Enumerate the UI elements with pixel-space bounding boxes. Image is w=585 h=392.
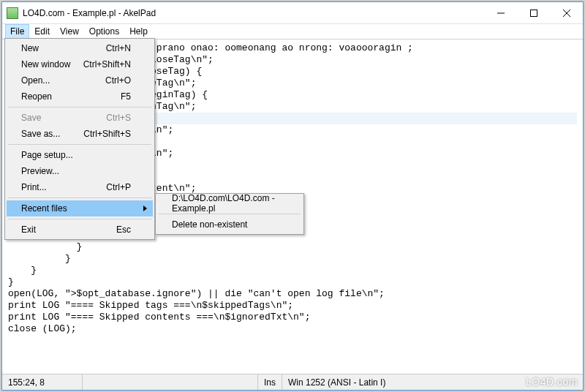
menu-item-label: Save as... (21, 129, 83, 139)
menu-item-preview[interactable]: Preview... (7, 163, 153, 179)
menu-item-new-window[interactable]: New window Ctrl+Shift+N (7, 56, 153, 72)
menu-item-label: Preview... (21, 166, 131, 176)
menu-item-delete-nonexistent[interactable]: Delete non-existent (157, 216, 302, 233)
menu-item-label: Delete non-existent (172, 219, 280, 230)
menu-separator (8, 144, 151, 145)
maximize-button[interactable] (517, 2, 550, 23)
menu-item-reopen[interactable]: Reopen F5 (7, 88, 153, 105)
statusbar: 155:24, 8 Ins Win 1252 (ANSI - Latin I) (2, 374, 583, 390)
menu-item-label: Print... (21, 182, 106, 192)
menu-item-accel: Esc (116, 225, 131, 235)
menu-separator (8, 107, 151, 108)
app-icon (7, 7, 18, 19)
menu-item-accel: Ctrl+Shift+N (83, 59, 131, 69)
titlebar: LO4D.com - Example.pl - AkelPad (2, 2, 583, 24)
menu-separator (159, 214, 301, 214)
svg-rect-0 (530, 10, 537, 16)
menu-item-label: D:\LO4D.com\LO4D.com - Example.pl (172, 193, 280, 214)
code-line: close (LOG); (8, 323, 577, 335)
menu-item-accel: Ctrl+S (106, 113, 131, 123)
menu-item-label: Open... (21, 75, 105, 86)
maximize-icon (530, 10, 537, 17)
menu-item-label: New (21, 43, 106, 53)
menu-view[interactable]: View (55, 24, 84, 39)
code-line: } (8, 265, 577, 276)
menu-item-accel: F5 (121, 91, 131, 102)
status-insert-mode: Ins (258, 374, 282, 390)
menu-item-print[interactable]: Print... Ctrl+P (7, 179, 153, 195)
menu-separator (8, 197, 151, 198)
code-line: } (8, 276, 577, 288)
menu-item-recent-files[interactable]: Recent files (7, 200, 153, 216)
menu-item-accel: Ctrl+O (105, 75, 131, 86)
minimize-button[interactable] (484, 2, 517, 23)
recent-file-item[interactable]: D:\LO4D.com\LO4D.com - Example.pl (157, 195, 302, 211)
menu-item-page-setup[interactable]: Page setup... (7, 147, 153, 163)
menu-separator (8, 219, 151, 219)
menu-item-label: Exit (21, 225, 116, 235)
menu-item-label: Page setup... (21, 150, 131, 160)
menu-help[interactable]: Help (124, 24, 153, 39)
recent-files-submenu: D:\LO4D.com\LO4D.com - Example.pl Delete… (155, 193, 304, 235)
menubar: File Edit View Options Help (2, 24, 583, 39)
menu-item-label: Reopen (21, 91, 121, 102)
submenu-arrow-icon (143, 206, 147, 211)
status-position: 155:24, 8 (2, 374, 83, 390)
code-line: } (8, 241, 577, 253)
code-line: print LOG "==== Skipped contents ===\n$i… (8, 312, 577, 323)
menu-item-label: Recent files (21, 203, 131, 214)
menu-options[interactable]: Options (84, 24, 124, 39)
menu-item-save: Save Ctrl+S (7, 110, 153, 126)
watermark: LO4D.com (526, 376, 578, 388)
minimize-icon (497, 10, 505, 17)
close-icon (563, 10, 570, 17)
close-button[interactable] (550, 2, 583, 23)
code-line: print LOG "==== Skipped tags ===\n$skipp… (8, 300, 577, 312)
menu-item-accel: Ctrl+P (106, 182, 131, 192)
menu-item-new[interactable]: New Ctrl+N (7, 40, 153, 56)
window-title: LO4D.com - Example.pl - AkelPad (23, 8, 156, 18)
status-empty (83, 374, 258, 390)
menu-file[interactable]: File (5, 24, 29, 39)
menu-item-label: New window (21, 59, 83, 69)
menu-edit[interactable]: Edit (29, 24, 55, 39)
menu-item-open[interactable]: Open... Ctrl+O (7, 72, 153, 88)
code-line: } (8, 253, 577, 265)
code-line: open(LOG, ">$opt_database.ignore") || di… (8, 288, 577, 300)
menu-item-label: Save (21, 113, 106, 123)
menu-item-accel: Ctrl+Shift+S (83, 129, 131, 139)
file-menu-dropdown: New Ctrl+N New window Ctrl+Shift+N Open.… (4, 38, 155, 240)
menu-item-save-as[interactable]: Save as... Ctrl+Shift+S (7, 126, 153, 142)
menu-item-accel: Ctrl+N (106, 43, 131, 53)
menu-item-exit[interactable]: Exit Esc (7, 222, 153, 238)
